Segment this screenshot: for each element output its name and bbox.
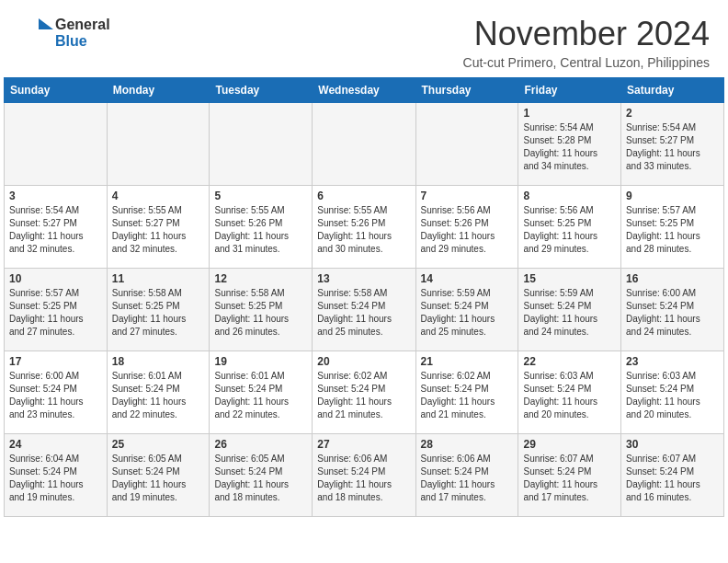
day-info: Sunrise: 5:58 AM Sunset: 5:25 PM Dayligh… [214, 287, 307, 339]
day-info: Sunrise: 6:04 AM Sunset: 5:24 PM Dayligh… [9, 453, 102, 504]
calendar-cell: 20Sunrise: 6:02 AM Sunset: 5:24 PM Dayli… [313, 351, 415, 434]
calendar-cell: 15Sunrise: 5:59 AM Sunset: 5:24 PM Dayli… [518, 269, 621, 351]
calendar-cell: 4Sunrise: 5:55 AM Sunset: 5:27 PM Daylig… [107, 186, 210, 269]
weekday-header-wednesday: Wednesday [313, 78, 415, 103]
weekday-header-thursday: Thursday [415, 78, 518, 103]
calendar-cell: 6Sunrise: 5:55 AM Sunset: 5:26 PM Daylig… [313, 186, 415, 269]
day-info: Sunrise: 6:00 AM Sunset: 5:24 PM Dayligh… [626, 287, 719, 339]
day-number: 14 [421, 272, 514, 285]
calendar-cell: 12Sunrise: 5:58 AM Sunset: 5:25 PM Dayli… [210, 269, 313, 351]
month-title: November 2024 [463, 15, 710, 53]
calendar-cell: 9Sunrise: 5:57 AM Sunset: 5:25 PM Daylig… [621, 186, 724, 269]
calendar-cell: 26Sunrise: 6:05 AM Sunset: 5:24 PM Dayli… [210, 434, 313, 517]
day-info: Sunrise: 5:59 AM Sunset: 5:24 PM Dayligh… [421, 287, 514, 339]
weekday-header-monday: Monday [107, 78, 210, 103]
weekday-header-friday: Friday [518, 78, 621, 103]
calendar-cell [313, 103, 415, 186]
calendar-header-row: SundayMondayTuesdayWednesdayThursdayFrid… [5, 78, 724, 103]
calendar-cell: 18Sunrise: 6:01 AM Sunset: 5:24 PM Dayli… [107, 351, 210, 434]
day-info: Sunrise: 6:01 AM Sunset: 5:24 PM Dayligh… [112, 370, 205, 421]
weekday-header-saturday: Saturday [621, 78, 724, 103]
day-number: 25 [112, 438, 205, 451]
calendar-cell [415, 103, 518, 186]
location-subtitle: Cut-cut Primero, Central Luzon, Philippi… [463, 55, 710, 70]
svg-marker-0 [39, 18, 53, 29]
day-number: 10 [9, 272, 102, 285]
logo-blue: Blue [55, 33, 110, 50]
day-number: 15 [523, 272, 616, 285]
day-number: 9 [626, 190, 719, 202]
day-info: Sunrise: 6:00 AM Sunset: 5:24 PM Dayligh… [9, 370, 102, 421]
calendar-week-5: 24Sunrise: 6:04 AM Sunset: 5:24 PM Dayli… [5, 434, 724, 517]
calendar-cell [210, 103, 313, 186]
calendar-cell [107, 103, 210, 186]
day-info: Sunrise: 5:56 AM Sunset: 5:25 PM Dayligh… [523, 204, 616, 256]
day-number: 29 [523, 438, 616, 451]
calendar-cell: 28Sunrise: 6:06 AM Sunset: 5:24 PM Dayli… [415, 434, 518, 517]
page-header: General Blue November 2024 Cut-cut Prime… [0, 0, 728, 77]
day-number: 2 [626, 107, 719, 120]
calendar-cell: 3Sunrise: 5:54 AM Sunset: 5:27 PM Daylig… [5, 186, 108, 269]
day-number: 21 [421, 355, 514, 368]
day-info: Sunrise: 5:54 AM Sunset: 5:28 PM Dayligh… [523, 121, 616, 173]
day-info: Sunrise: 6:06 AM Sunset: 5:24 PM Dayligh… [317, 453, 410, 504]
day-number: 12 [214, 272, 307, 285]
calendar-week-4: 17Sunrise: 6:00 AM Sunset: 5:24 PM Dayli… [5, 351, 724, 434]
calendar-cell: 1Sunrise: 5:54 AM Sunset: 5:28 PM Daylig… [518, 103, 621, 186]
day-number: 20 [317, 355, 410, 368]
day-info: Sunrise: 5:54 AM Sunset: 5:27 PM Dayligh… [626, 121, 719, 173]
day-number: 24 [9, 438, 102, 451]
day-number: 11 [112, 272, 205, 285]
calendar-cell: 11Sunrise: 5:58 AM Sunset: 5:25 PM Dayli… [107, 269, 210, 351]
calendar-table: SundayMondayTuesdayWednesdayThursdayFrid… [4, 77, 724, 517]
day-info: Sunrise: 6:01 AM Sunset: 5:24 PM Dayligh… [214, 370, 307, 421]
calendar-cell: 14Sunrise: 5:59 AM Sunset: 5:24 PM Dayli… [415, 269, 518, 351]
weekday-header-tuesday: Tuesday [210, 78, 313, 103]
logo-general: General [55, 17, 110, 33]
calendar-cell: 16Sunrise: 6:00 AM Sunset: 5:24 PM Dayli… [621, 269, 724, 351]
calendar-cell: 29Sunrise: 6:07 AM Sunset: 5:24 PM Dayli… [518, 434, 621, 517]
day-info: Sunrise: 5:56 AM Sunset: 5:26 PM Dayligh… [421, 204, 514, 256]
calendar-body: 1Sunrise: 5:54 AM Sunset: 5:28 PM Daylig… [5, 103, 724, 517]
day-info: Sunrise: 6:07 AM Sunset: 5:24 PM Dayligh… [523, 453, 616, 504]
day-number: 22 [523, 355, 616, 368]
calendar-cell: 2Sunrise: 5:54 AM Sunset: 5:27 PM Daylig… [621, 103, 724, 186]
day-info: Sunrise: 5:57 AM Sunset: 5:25 PM Dayligh… [626, 204, 719, 256]
day-info: Sunrise: 6:03 AM Sunset: 5:24 PM Dayligh… [523, 370, 616, 421]
calendar-cell: 19Sunrise: 6:01 AM Sunset: 5:24 PM Dayli… [210, 351, 313, 434]
day-number: 4 [112, 190, 205, 202]
day-info: Sunrise: 5:54 AM Sunset: 5:27 PM Dayligh… [9, 204, 102, 256]
calendar-week-1: 1Sunrise: 5:54 AM Sunset: 5:28 PM Daylig… [5, 103, 724, 186]
day-info: Sunrise: 5:55 AM Sunset: 5:26 PM Dayligh… [317, 204, 410, 256]
day-number: 28 [421, 438, 514, 451]
calendar-cell: 23Sunrise: 6:03 AM Sunset: 5:24 PM Dayli… [621, 351, 724, 434]
day-info: Sunrise: 5:55 AM Sunset: 5:27 PM Dayligh… [112, 204, 205, 256]
day-number: 19 [214, 355, 307, 368]
day-number: 23 [626, 355, 719, 368]
day-info: Sunrise: 5:58 AM Sunset: 5:24 PM Dayligh… [317, 287, 410, 339]
calendar-cell: 21Sunrise: 6:02 AM Sunset: 5:24 PM Dayli… [415, 351, 518, 434]
day-number: 30 [626, 438, 719, 451]
day-number: 3 [9, 190, 102, 202]
logo: General Blue [18, 15, 110, 52]
calendar-cell: 8Sunrise: 5:56 AM Sunset: 5:25 PM Daylig… [518, 186, 621, 269]
day-number: 5 [214, 190, 307, 202]
day-info: Sunrise: 6:06 AM Sunset: 5:24 PM Dayligh… [421, 453, 514, 504]
calendar-cell: 27Sunrise: 6:06 AM Sunset: 5:24 PM Dayli… [313, 434, 415, 517]
day-number: 7 [421, 190, 514, 202]
day-number: 18 [112, 355, 205, 368]
day-info: Sunrise: 5:57 AM Sunset: 5:25 PM Dayligh… [9, 287, 102, 339]
day-info: Sunrise: 6:02 AM Sunset: 5:24 PM Dayligh… [317, 370, 410, 421]
day-number: 6 [317, 190, 410, 202]
calendar-cell: 24Sunrise: 6:04 AM Sunset: 5:24 PM Dayli… [5, 434, 108, 517]
logo-text: General Blue [55, 17, 110, 49]
calendar-cell: 5Sunrise: 5:55 AM Sunset: 5:26 PM Daylig… [210, 186, 313, 269]
day-number: 26 [214, 438, 307, 451]
logo-svg [18, 15, 55, 52]
day-info: Sunrise: 6:07 AM Sunset: 5:24 PM Dayligh… [626, 453, 719, 504]
calendar-cell: 25Sunrise: 6:05 AM Sunset: 5:24 PM Dayli… [107, 434, 210, 517]
weekday-header-sunday: Sunday [5, 78, 108, 103]
calendar-cell: 22Sunrise: 6:03 AM Sunset: 5:24 PM Dayli… [518, 351, 621, 434]
day-number: 17 [9, 355, 102, 368]
day-info: Sunrise: 5:58 AM Sunset: 5:25 PM Dayligh… [112, 287, 205, 339]
